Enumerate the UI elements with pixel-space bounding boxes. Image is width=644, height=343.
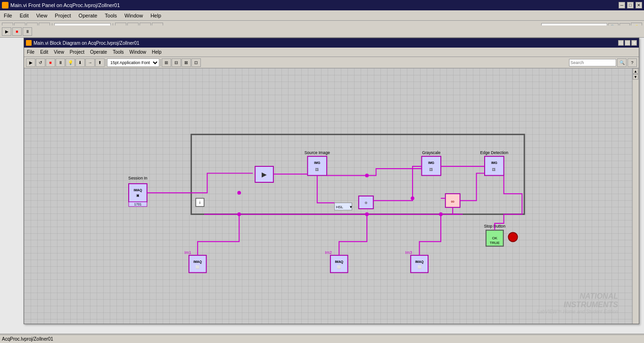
bd-step-into-btn[interactable]: ⬇ xyxy=(75,58,85,67)
window-title: Main.vi Front Panel on AcqProc.lvproj/Zo… xyxy=(10,2,120,8)
bd-run-cont-btn[interactable]: ↺ xyxy=(36,58,45,67)
bd-menu-help[interactable]: Help xyxy=(149,49,165,56)
scroll-down-btn[interactable]: ▼ xyxy=(633,74,638,80)
bd-icon xyxy=(26,40,32,46)
bd-close[interactable]: ✕ xyxy=(631,40,637,46)
bd-toolbar: ▶ ↺ ■ ⏸ 💡 ⬇ → ⬆ 15pt Application Font ⊞ … xyxy=(24,57,639,68)
bd-step-out-btn[interactable]: ⬆ xyxy=(95,58,105,67)
svg-text:Im3: Im3 xyxy=(405,250,413,255)
maximize-button[interactable]: □ xyxy=(627,2,634,8)
close-button[interactable]: ✕ xyxy=(636,2,642,8)
menu-view[interactable]: View xyxy=(33,12,51,19)
svg-text:Source Image: Source Image xyxy=(305,150,330,155)
bd-pause-btn[interactable]: ⏸ xyxy=(56,58,65,67)
bd-restore[interactable]: □ xyxy=(625,40,630,46)
svg-rect-29 xyxy=(486,230,504,246)
app-icon xyxy=(2,2,8,8)
svg-rect-23 xyxy=(446,194,460,207)
menu-window[interactable]: Window xyxy=(121,12,147,19)
scroll-up-btn[interactable]: ▲ xyxy=(633,68,638,74)
svg-text:OK: OK xyxy=(492,236,498,240)
bd-vertical-scrollbar[interactable]: ▲ ▼ xyxy=(632,68,639,324)
bd-sep1 xyxy=(106,59,106,66)
menu-help[interactable]: Help xyxy=(147,12,165,19)
fp-pause-btn[interactable]: ⏸ xyxy=(23,27,32,36)
bd-step-over-btn[interactable]: → xyxy=(85,58,95,67)
bd-menu: File Edit View Project Operate Tools Win… xyxy=(24,48,639,57)
svg-rect-25 xyxy=(485,156,504,176)
bd-menu-file[interactable]: File xyxy=(24,49,37,56)
menu-tools[interactable]: Tools xyxy=(101,12,121,19)
svg-text:IMAQ: IMAQ xyxy=(134,188,142,192)
bd-controls: ─ □ ✕ xyxy=(618,40,637,46)
svg-text:i: i xyxy=(199,200,200,205)
svg-rect-0 xyxy=(196,198,204,206)
bd-sep2 xyxy=(160,59,161,66)
svg-rect-19 xyxy=(421,156,441,176)
bd-menu-edit[interactable]: Edit xyxy=(37,49,51,56)
bd-run-btn[interactable]: ▶ xyxy=(26,58,35,67)
fp-toolbar: ▶ ■ ⏸ xyxy=(0,25,644,38)
menu-edit[interactable]: Edit xyxy=(16,12,33,19)
bd-menu-tools[interactable]: Tools xyxy=(110,49,126,56)
bd-search-area: 🔍 ? xyxy=(569,58,637,67)
svg-rect-8 xyxy=(255,166,273,182)
svg-text:IMG: IMG xyxy=(491,161,497,164)
ni-watermark: NATIONAL INSTRUMENTS LabVIEW™ Home and S… xyxy=(537,292,618,314)
bd-title-bar: Main.vi Block Diagram on AcqProc.lvproj/… xyxy=(24,38,639,48)
svg-text:Edge Detection: Edge Detection xyxy=(480,150,509,155)
main-window: ▶ ■ ⏸ Main.vi Block Diagram on AcqProc.l… xyxy=(0,25,644,343)
bd-highlight-btn[interactable]: 💡 xyxy=(66,58,75,67)
bd-minimize[interactable]: ─ xyxy=(618,40,624,46)
svg-text:⬜: ⬜ xyxy=(337,265,341,269)
svg-point-48 xyxy=(411,196,414,200)
svg-text:⬜: ⬜ xyxy=(196,265,200,269)
fp-run-btn[interactable]: ▶ xyxy=(2,27,11,36)
svg-text:Session In: Session In xyxy=(128,176,148,180)
svg-text:Im1: Im1 xyxy=(184,250,191,255)
svg-text:IMAQ: IMAQ xyxy=(193,260,202,264)
svg-text:⬜: ⬜ xyxy=(418,265,422,269)
svg-text:∞: ∞ xyxy=(451,198,454,204)
bd-menu-operate[interactable]: Operate xyxy=(87,49,110,56)
bd-menu-project[interactable]: Project xyxy=(67,49,87,56)
svg-text:HSL: HSL xyxy=(336,205,344,209)
svg-rect-38 xyxy=(330,255,348,273)
bd-menu-window[interactable]: Window xyxy=(126,49,149,56)
minimize-button[interactable]: ─ xyxy=(619,2,625,8)
svg-text:IMAQ: IMAQ xyxy=(335,260,343,264)
svg-point-46 xyxy=(237,191,241,195)
svg-rect-42 xyxy=(411,255,428,273)
svg-text:1701: 1701 xyxy=(134,203,141,206)
outer-menu-bar: File Edit View Project Operate Tools Win… xyxy=(0,10,644,21)
bd-title-left: Main.vi Block Diagram on AcqProc.lvproj/… xyxy=(26,40,140,46)
bd-abort-btn[interactable]: ■ xyxy=(46,58,55,67)
svg-point-47 xyxy=(365,174,369,178)
bd-search-input[interactable] xyxy=(569,59,616,66)
bd-resize-btn[interactable]: ⊠ xyxy=(182,58,191,67)
svg-text:▶: ▶ xyxy=(262,171,267,178)
menu-operate[interactable]: Operate xyxy=(75,12,101,19)
svg-text:🖼: 🖼 xyxy=(492,168,496,172)
bd-dist-btn[interactable]: ⊟ xyxy=(172,58,181,67)
diagram-svg: i IMAQ ▣ 1701 Session In ▶ IMG 🖼 Source … xyxy=(24,68,632,324)
bd-align-btn[interactable]: ⊞ xyxy=(162,58,171,67)
svg-text:IMG: IMG xyxy=(314,161,320,164)
svg-point-49 xyxy=(237,212,241,216)
bd-canvas[interactable]: i IMAQ ▣ 1701 Session In ▶ IMG 🖼 Source … xyxy=(24,68,632,324)
bd-help-btn[interactable]: ? xyxy=(627,58,637,67)
svg-rect-10 xyxy=(307,156,327,176)
bd-menu-view[interactable]: View xyxy=(51,49,67,56)
fp-stop-btn[interactable]: ■ xyxy=(12,27,22,36)
svg-rect-5 xyxy=(129,202,147,207)
menu-file[interactable]: File xyxy=(0,12,16,19)
title-bar-left: Main.vi Front Panel on AcqProc.lvproj/Zo… xyxy=(2,2,120,8)
svg-rect-14 xyxy=(335,203,352,210)
bd-reorder-btn[interactable]: ⊡ xyxy=(191,58,201,67)
menu-project[interactable]: Project xyxy=(51,12,74,19)
bd-search-btn[interactable]: 🔍 xyxy=(617,58,627,67)
svg-text:Grayscale: Grayscale xyxy=(422,150,440,155)
bottom-project-path: AcqProc.lvproj/Zollner01 xyxy=(2,336,53,342)
bd-font-dropdown[interactable]: 15pt Application Font xyxy=(107,58,159,67)
svg-text:IMAQ: IMAQ xyxy=(415,260,424,264)
